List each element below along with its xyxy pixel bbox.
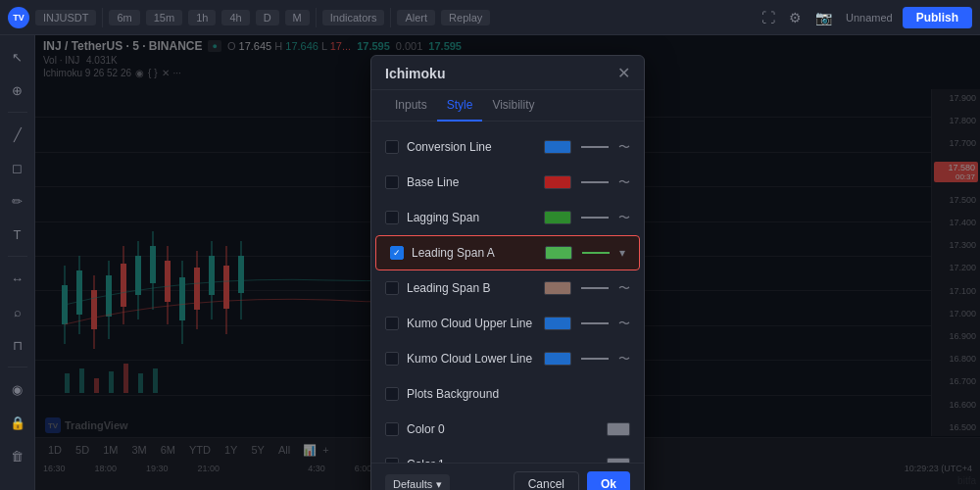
ok-button[interactable]: Ok	[587, 471, 630, 490]
tf-6m[interactable]: 6m	[109, 10, 139, 25]
main-layout: ↖ ⊕ ╱ ◻ ✏ T ↔ ⌕ ⊓ ◉ 🔒 🗑 INJ / TetherUS ·…	[0, 35, 980, 490]
kumo-lower-curve-btn[interactable]: 〜	[618, 351, 630, 368]
footer-right: Cancel Ok	[514, 471, 630, 490]
cursor-tool-icon[interactable]: ↖	[4, 43, 31, 71]
row-leading-span-a: Leading Span A ▾	[375, 235, 640, 270]
tab-inputs[interactable]: Inputs	[385, 90, 437, 122]
conversion-line-color[interactable]	[544, 140, 571, 154]
row-color-0: Color 0	[371, 412, 644, 447]
leading-span-b-checkbox[interactable]	[385, 281, 399, 295]
plots-bg-checkbox[interactable]	[385, 387, 399, 401]
chart-area[interactable]: INJ / TetherUS · 5 · BINANCE ● O 17.645 …	[35, 35, 980, 490]
leading-span-a-curve-btn[interactable]: ▾	[619, 246, 625, 260]
shapes-tool-icon[interactable]: ◻	[4, 154, 31, 181]
color-0-label: Color 0	[407, 422, 599, 436]
divider	[316, 8, 317, 27]
lagging-span-style	[581, 217, 609, 219]
tab-style[interactable]: Style	[437, 90, 483, 122]
screenshot-icon[interactable]: 📷	[811, 8, 836, 27]
trash-tool-icon[interactable]: 🗑	[4, 442, 31, 469]
leading-span-a-checkbox[interactable]	[390, 246, 404, 260]
ichimoku-dialog: Ichimoku ✕ Inputs Style Visibility Conve…	[370, 55, 645, 490]
trendline-tool-icon[interactable]: ╱	[4, 121, 31, 148]
dialog-footer: Defaults ▾ Cancel Ok	[371, 463, 644, 490]
zoom-tool-icon[interactable]: ⌕	[4, 298, 31, 325]
crosshair-tool-icon[interactable]: ⊕	[4, 76, 31, 104]
topbar: TV INJUSDT 6m 15m 1h 4h D M Indicators A…	[0, 0, 980, 35]
base-line-label: Base Line	[407, 175, 536, 189]
lagging-span-checkbox[interactable]	[385, 211, 399, 224]
row-plots-bg: Plots Background	[371, 376, 644, 412]
defaults-button[interactable]: Defaults ▾	[385, 474, 450, 491]
row-color-1: Color 1	[371, 447, 644, 463]
dialog-tabs: Inputs Style Visibility	[371, 90, 644, 122]
kumo-upper-color[interactable]	[544, 317, 571, 330]
base-line-style	[581, 181, 609, 183]
kumo-upper-curve-btn[interactable]: 〜	[618, 316, 630, 332]
kumo-upper-style	[581, 322, 609, 324]
conversion-line-style	[581, 146, 609, 148]
eye-tool-icon[interactable]: ◉	[4, 375, 31, 403]
base-line-checkbox[interactable]	[385, 175, 399, 189]
left-toolbar: ↖ ⊕ ╱ ◻ ✏ T ↔ ⌕ ⊓ ◉ 🔒 🗑	[0, 35, 35, 490]
tf-d[interactable]: D	[256, 10, 279, 25]
app-logo: TV	[8, 7, 29, 28]
base-line-color[interactable]	[544, 175, 571, 189]
row-kumo-lower: Kumo Cloud Lower Line 〜	[371, 341, 644, 376]
kumo-lower-checkbox[interactable]	[385, 352, 399, 366]
kumo-lower-style	[581, 358, 609, 360]
modal-overlay: Ichimoku ✕ Inputs Style Visibility Conve…	[35, 35, 980, 490]
tf-m[interactable]: M	[285, 10, 310, 25]
pencil-tool-icon[interactable]: ✏	[4, 187, 31, 215]
row-base-line: Base Line 〜	[371, 165, 644, 200]
fullscreen-icon[interactable]: ⛶	[758, 8, 779, 27]
alert-button[interactable]: Alert	[397, 10, 435, 25]
leading-span-b-label: Leading Span B	[407, 281, 536, 295]
dialog-title: Ichimoku	[385, 66, 445, 81]
leading-span-a-label: Leading Span A	[412, 246, 537, 260]
tab-visibility[interactable]: Visibility	[482, 90, 544, 122]
kumo-lower-color[interactable]	[544, 352, 571, 366]
tf-15m[interactable]: 15m	[146, 10, 182, 25]
tf-4h[interactable]: 4h	[221, 10, 249, 25]
lagging-span-label: Lagging Span	[407, 211, 536, 224]
cancel-button[interactable]: Cancel	[514, 471, 579, 490]
lagging-span-color[interactable]	[544, 211, 571, 224]
dialog-body: Conversion Line 〜 Base Line 〜	[371, 122, 644, 463]
divider	[8, 367, 27, 368]
leading-span-b-curve-btn[interactable]: 〜	[618, 280, 630, 297]
text-tool-icon[interactable]: T	[4, 220, 31, 248]
divider	[8, 256, 27, 257]
divider	[390, 8, 391, 27]
account-name: Unnamed	[842, 12, 897, 24]
dialog-header: Ichimoku ✕	[371, 56, 644, 90]
conversion-line-checkbox[interactable]	[385, 140, 399, 154]
divider	[102, 8, 103, 27]
row-conversion-line: Conversion Line 〜	[371, 129, 644, 165]
row-lagging-span: Lagging Span 〜	[371, 200, 644, 235]
kumo-lower-label: Kumo Cloud Lower Line	[407, 352, 536, 366]
leading-span-b-style	[581, 287, 609, 289]
replay-button[interactable]: Replay	[441, 10, 490, 25]
magnet-tool-icon[interactable]: ⊓	[4, 331, 31, 359]
kumo-upper-checkbox[interactable]	[385, 317, 399, 330]
row-leading-span-b: Leading Span B 〜	[371, 270, 644, 306]
leading-span-a-color[interactable]	[545, 246, 572, 260]
color-0-swatch[interactable]	[607, 422, 630, 436]
leading-span-b-color[interactable]	[544, 281, 571, 295]
settings-icon[interactable]: ⚙	[785, 8, 806, 27]
indicators-button[interactable]: Indicators	[322, 10, 385, 25]
divider	[8, 112, 27, 113]
base-line-curve-btn[interactable]: 〜	[618, 174, 630, 191]
lagging-span-curve-btn[interactable]: 〜	[618, 210, 630, 226]
footer-left: Defaults ▾	[385, 474, 450, 491]
lock-tool-icon[interactable]: 🔒	[4, 409, 31, 436]
tf-1h[interactable]: 1h	[188, 10, 216, 25]
row-kumo-upper: Kumo Cloud Upper Line 〜	[371, 306, 644, 341]
conversion-line-curve-btn[interactable]: 〜	[618, 139, 630, 156]
dialog-close-button[interactable]: ✕	[617, 66, 630, 81]
measure-tool-icon[interactable]: ↔	[4, 265, 31, 292]
publish-button[interactable]: Publish	[903, 7, 972, 28]
color-0-checkbox[interactable]	[385, 422, 399, 436]
symbol-selector[interactable]: INJUSDT	[35, 10, 96, 25]
